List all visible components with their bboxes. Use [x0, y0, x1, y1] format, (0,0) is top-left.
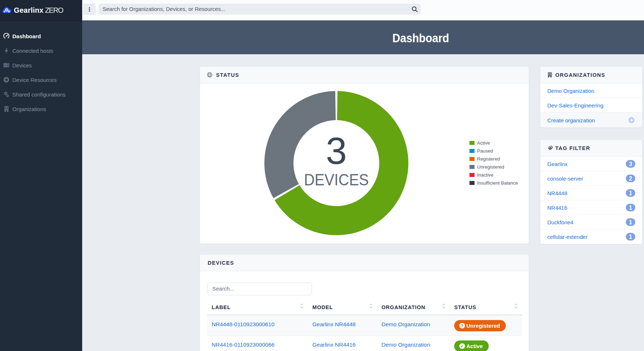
svg-text:Dashboard: Dashboard: [392, 31, 449, 45]
svg-text:DEVICES: DEVICES: [304, 171, 369, 189]
